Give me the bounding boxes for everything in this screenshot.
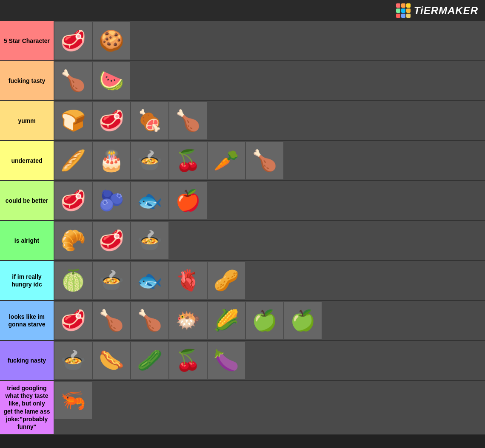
tier-row-star: 5 Star Character🥩🍪 — [0, 21, 485, 61]
tier-row-underrated: underrated🥖🎂🍲🍒🥕🍗 — [0, 141, 485, 181]
tier-row-yumm: yumm🍞🥩🍖🍗 — [0, 101, 485, 141]
tier-row-fucking-tasty: fucking tasty🍗🍉 — [0, 61, 485, 101]
food-item[interactable]: 🍲 — [93, 262, 130, 299]
food-item[interactable]: 🍲 — [54, 342, 92, 379]
food-item[interactable]: 🍞 — [54, 102, 92, 139]
tier-label-fucking-tasty: fucking tasty — [0, 61, 54, 100]
food-item[interactable]: 🍗 — [246, 142, 283, 179]
food-item[interactable]: 🍗 — [131, 302, 168, 339]
tier-items-yumm: 🍞🥩🍖🍗 — [54, 101, 485, 140]
tier-label-yumm: yumm — [0, 101, 54, 140]
logo-cell — [396, 9, 400, 13]
food-item[interactable]: 🌭 — [93, 342, 130, 379]
food-item[interactable]: 🍎 — [169, 182, 207, 219]
logo-cell — [406, 9, 411, 13]
tier-row-is-alright: is alright🥐🥩🍲 — [0, 221, 485, 261]
tier-items-underrated: 🥖🎂🍲🍒🥕🍗 — [54, 141, 485, 180]
logo-cell — [406, 14, 411, 18]
tier-items-star: 🥩🍪 — [54, 21, 485, 60]
food-item[interactable]: 🍲 — [131, 142, 168, 179]
food-item[interactable]: 🍪 — [93, 22, 130, 60]
tier-label-gonna-starve: looks like im gonna starve — [0, 301, 54, 340]
food-item[interactable]: 🎂 — [93, 142, 130, 179]
tier-row-tried-googling: tried googling what they taste like, but… — [0, 381, 485, 435]
logo-cell — [401, 9, 405, 13]
food-item[interactable]: 🥖 — [54, 142, 92, 179]
food-item[interactable]: 🌽 — [208, 302, 245, 339]
food-item[interactable]: 🫀 — [169, 262, 207, 299]
tier-items-is-alright: 🥐🥩🍲 — [54, 221, 485, 260]
tier-label-hungry-idc: if im really hungry idc — [0, 261, 54, 300]
logo-cell — [396, 3, 400, 8]
tier-label-could-be-better: could be better — [0, 181, 54, 220]
food-item[interactable]: 🍆 — [208, 342, 245, 379]
food-item[interactable]: 🍒 — [169, 342, 207, 379]
tier-label-is-alright: is alright — [0, 221, 54, 260]
logo-cell — [401, 3, 405, 8]
food-item[interactable]: 🦐 — [54, 382, 92, 419]
food-item[interactable]: 🐟 — [131, 182, 168, 219]
tier-label-underrated: underrated — [0, 141, 54, 180]
food-item[interactable]: 🥩 — [93, 222, 130, 259]
food-item[interactable]: 🐟 — [131, 262, 168, 299]
logo-text: TiERMAKER — [414, 5, 478, 17]
food-item[interactable]: 🥐 — [54, 222, 92, 259]
tier-items-fucking-tasty: 🍗🍉 — [54, 61, 485, 100]
tiermaker-logo: TiERMAKER — [396, 3, 478, 18]
food-item[interactable]: 🥩 — [54, 22, 92, 60]
tier-items-fucking-nasty: 🍲🌭🥒🍒🍆 — [54, 341, 485, 380]
logo-cell — [401, 14, 405, 18]
food-item[interactable]: 🍗 — [169, 102, 207, 139]
food-item[interactable]: 🍉 — [93, 62, 130, 99]
food-item[interactable]: 🍏 — [246, 302, 283, 339]
tier-row-fucking-nasty: fucking nasty🍲🌭🥒🍒🍆 — [0, 341, 485, 381]
tier-label-star: 5 Star Character — [0, 21, 54, 60]
food-item[interactable]: 🍗 — [54, 62, 92, 99]
food-item[interactable]: 🍖 — [131, 102, 168, 139]
tier-items-hungry-idc: 🍈🍲🐟🫀🥜 — [54, 261, 485, 300]
food-item[interactable]: 🐡 — [169, 302, 207, 339]
food-item[interactable]: 🍗 — [93, 302, 130, 339]
logo-cell — [406, 3, 411, 8]
food-item[interactable]: 🥒 — [131, 342, 168, 379]
tier-items-tried-googling: 🦐 — [54, 381, 485, 434]
tier-row-gonna-starve: looks like im gonna starve🥩🍗🍗🐡🌽🍏🍏 — [0, 301, 485, 341]
tier-label-tried-googling: tried googling what they taste like, but… — [0, 381, 54, 434]
logo-cell — [396, 14, 400, 18]
food-item[interactable]: 🍏 — [284, 302, 322, 339]
tier-list: 5 Star Character🥩🍪fucking tasty🍗🍉yumm🍞🥩🍖… — [0, 21, 485, 435]
food-item[interactable]: 🫐 — [93, 182, 130, 219]
food-item[interactable]: 🍈 — [54, 262, 92, 299]
food-item[interactable]: 🥕 — [208, 142, 245, 179]
food-item[interactable]: 🥩 — [54, 182, 92, 219]
tier-row-hungry-idc: if im really hungry idc🍈🍲🐟🫀🥜 — [0, 261, 485, 301]
tier-items-could-be-better: 🥩🫐🐟🍎 — [54, 181, 485, 220]
logo-grid-icon — [396, 3, 411, 18]
food-item[interactable]: 🍒 — [169, 142, 207, 179]
tier-row-could-be-better: could be better🥩🫐🐟🍎 — [0, 181, 485, 221]
food-item[interactable]: 🍲 — [131, 222, 168, 259]
food-item[interactable]: 🥩 — [93, 102, 130, 139]
food-item[interactable]: 🥩 — [54, 302, 92, 339]
tier-label-fucking-nasty: fucking nasty — [0, 341, 54, 380]
food-item[interactable]: 🥜 — [208, 262, 245, 299]
header: TiERMAKER — [0, 0, 485, 21]
tier-items-gonna-starve: 🥩🍗🍗🐡🌽🍏🍏 — [54, 301, 485, 340]
